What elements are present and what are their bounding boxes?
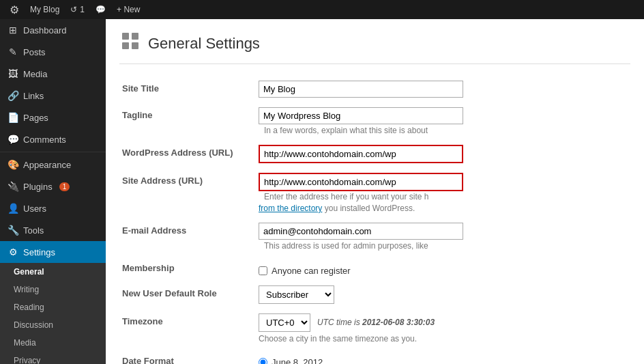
membership-field-cell: Anyone can register	[256, 256, 630, 281]
new-user-role-label: New User Default Role	[119, 281, 256, 309]
new-user-role-field-cell: Subscriber Contributor Author Editor Adm…	[256, 281, 630, 309]
sidebar-label-plugins: Plugins	[23, 182, 53, 192]
sidebar-item-discussion[interactable]: Discussion	[0, 316, 106, 334]
general-label: General	[14, 267, 44, 277]
wp-address-input[interactable]	[259, 145, 463, 163]
utc-time-value: 2012-06-08 3:30:03	[362, 318, 435, 327]
sidebar-item-privacy[interactable]: Privacy	[0, 352, 106, 364]
links-icon: 🔗	[7, 90, 19, 101]
sidebar-item-general[interactable]: General	[0, 263, 106, 281]
timezone-select[interactable]: UTC+0 UTC+1 UTC-1	[259, 314, 310, 331]
site-address-link-desc: you installed WordPress.	[325, 204, 415, 213]
sidebar-item-media-sub[interactable]: Media	[0, 334, 106, 352]
date-format-radio-group: June 8, 2012 2012/06/08 06/08/2012	[259, 353, 628, 364]
timezone-field-cell: UTC+0 UTC+1 UTC-1 UTC time is 2012-06-08…	[256, 309, 630, 349]
sidebar-item-pages[interactable]: 📄 Pages	[0, 107, 106, 128]
sidebar-item-links[interactable]: 🔗 Links	[0, 85, 106, 107]
sidebar: ⊞ Dashboard ✎ Posts 🖼 Media 🔗 Links 📄 Pa…	[0, 19, 106, 364]
settings-form: Site Title Tagline In a few words, expla…	[119, 76, 630, 364]
site-address-input[interactable]	[259, 173, 463, 191]
sidebar-label-dashboard: Dashboard	[23, 25, 67, 36]
tagline-row: Tagline In a few words, explain what thi…	[119, 103, 630, 141]
new-button[interactable]: + New	[111, 0, 145, 19]
users-icon: 👤	[7, 203, 19, 214]
site-title-field-cell	[256, 76, 630, 103]
email-row: E-mail Address This address is used for …	[119, 219, 630, 256]
bubble-icon-button[interactable]: 💬	[90, 0, 111, 19]
tools-icon: 🔧	[7, 225, 19, 236]
tagline-input[interactable]	[259, 107, 463, 124]
sidebar-item-tools[interactable]: 🔧 Tools	[0, 219, 106, 241]
page-header-icon	[119, 30, 141, 57]
posts-icon: ✎	[7, 46, 19, 57]
comment-icon: ↺	[70, 5, 77, 14]
timezone-select-row: UTC+0 UTC+1 UTC-1 UTC time is 2012-06-08…	[259, 313, 628, 332]
site-title-row: Site Title	[119, 76, 630, 103]
svg-rect-3	[132, 42, 138, 49]
date-format-row: Date Format June 8, 2012 2012/06/08	[119, 349, 630, 364]
dashboard-icon: ⊞	[7, 25, 19, 36]
wp-logo-button[interactable]: ⚙	[4, 0, 25, 19]
media-icon: 🖼	[7, 68, 19, 79]
date-format-field-cell: June 8, 2012 2012/06/08 06/08/2012	[256, 349, 630, 364]
date-format-label: Date Format	[119, 349, 256, 364]
sidebar-item-posts[interactable]: ✎ Posts	[0, 41, 106, 63]
sidebar-sep-1	[0, 152, 106, 152]
content-area: General Settings Site Title Tagline In a…	[106, 19, 644, 364]
timezone-hint: Choose a city in the same timezone as yo…	[259, 334, 628, 344]
sidebar-label-settings: Settings	[23, 247, 55, 257]
new-user-role-select-wrapper: Subscriber Contributor Author Editor Adm…	[259, 285, 334, 304]
sidebar-label-pages: Pages	[23, 113, 48, 123]
sidebar-label-appearance: Appearance	[23, 160, 71, 170]
date-format-radio-0[interactable]	[259, 358, 267, 364]
my-blog-button[interactable]: My Blog	[25, 0, 65, 19]
page-header: General Settings	[119, 30, 630, 64]
my-blog-label: My Blog	[30, 5, 59, 14]
site-title-input[interactable]	[259, 81, 463, 98]
new-user-role-row: New User Default Role Subscriber Contrib…	[119, 281, 630, 309]
site-address-field-cell: Enter the address here if you want your …	[256, 169, 630, 219]
sidebar-item-comments[interactable]: 💬 Comments	[0, 128, 106, 150]
wp-address-row: WordPress Address (URL)	[119, 141, 630, 169]
timezone-select-wrapper: UTC+0 UTC+1 UTC-1	[259, 313, 310, 332]
site-address-row: Site Address (URL) Enter the address her…	[119, 169, 630, 219]
wp-address-field-cell	[256, 141, 630, 169]
appearance-icon: 🎨	[7, 159, 19, 170]
membership-checkbox-row: Anyone can register	[259, 260, 628, 276]
page-title: General Settings	[148, 35, 260, 53]
pages-icon: 📄	[7, 112, 19, 123]
tagline-field-cell: In a few words, explain what this site i…	[256, 103, 630, 141]
bubble-icon: 💬	[96, 5, 106, 14]
site-address-link[interactable]: from the directory	[259, 204, 322, 213]
timezone-row: Timezone UTC+0 UTC+1 UTC-1 UTC time is	[119, 309, 630, 349]
sidebar-label-tools: Tools	[23, 225, 44, 236]
email-desc: This address is used for admin purposes,…	[264, 241, 428, 251]
sidebar-label-users: Users	[23, 204, 46, 214]
comments-button[interactable]: ↺ 1	[65, 0, 90, 19]
sidebar-item-media[interactable]: 🖼 Media	[0, 63, 106, 85]
timezone-label: Timezone	[119, 309, 256, 349]
plugins-icon: 🔌	[7, 181, 19, 192]
site-address-label: Site Address (URL)	[119, 169, 256, 219]
new-label: + New	[117, 5, 140, 14]
sidebar-item-dashboard[interactable]: ⊞ Dashboard	[0, 19, 106, 41]
sidebar-item-users[interactable]: 👤 Users	[0, 197, 106, 219]
main-layout: ⊞ Dashboard ✎ Posts 🖼 Media 🔗 Links 📄 Pa…	[0, 19, 644, 364]
date-format-radio-row-0: June 8, 2012	[259, 357, 628, 364]
sidebar-item-settings[interactable]: ⚙ Settings	[0, 241, 106, 263]
sidebar-label-media: Media	[23, 69, 47, 79]
membership-checkbox[interactable]	[259, 266, 267, 275]
sidebar-label-posts: Posts	[23, 47, 46, 57]
membership-label: Membership	[119, 256, 256, 281]
plugins-badge: 1	[59, 182, 70, 191]
new-user-role-select[interactable]: Subscriber Contributor Author Editor Adm…	[259, 286, 334, 303]
media-sub-label: Media	[14, 338, 36, 348]
sidebar-item-writing[interactable]: Writing	[0, 281, 106, 298]
reading-label: Reading	[14, 303, 44, 312]
discussion-label: Discussion	[14, 320, 53, 330]
email-input[interactable]	[259, 223, 463, 240]
sidebar-item-appearance[interactable]: 🎨 Appearance	[0, 154, 106, 176]
writing-label: Writing	[14, 285, 39, 294]
sidebar-item-reading[interactable]: Reading	[0, 298, 106, 316]
sidebar-item-plugins[interactable]: 🔌 Plugins 1	[0, 176, 106, 197]
